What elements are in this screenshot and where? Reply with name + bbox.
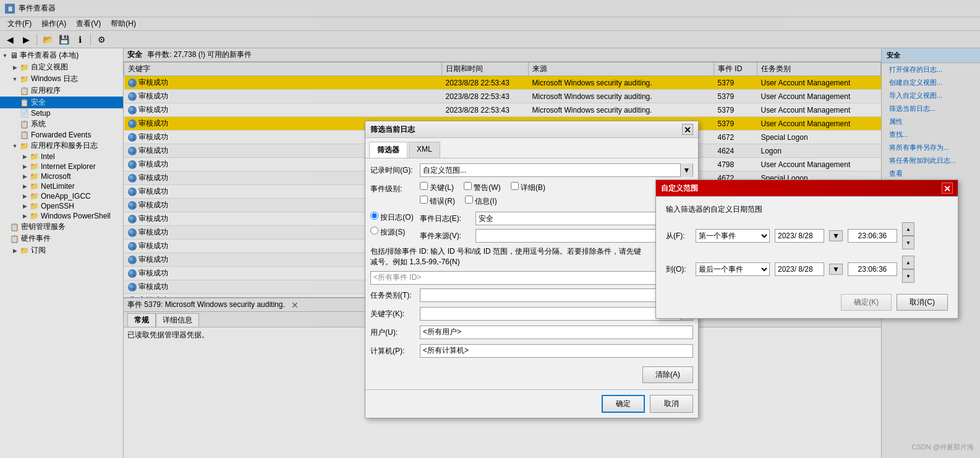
check-error-input[interactable] — [420, 196, 428, 204]
radio-by-log[interactable]: 按日志(O) — [370, 212, 414, 223]
to-time-down[interactable]: ▼ — [902, 269, 914, 283]
from-option-select[interactable]: 第一个事件 — [696, 229, 770, 243]
check-critical-input[interactable] — [420, 182, 428, 190]
custom-dialog-content: 输入筛选器的自定义日期范围 从(F): 第一个事件 ▼ ▲ ▼ 到(O): 最后… — [656, 197, 958, 318]
record-time-label: 记录时间(G): — [370, 163, 420, 176]
task-label: 任务类别(T): — [370, 288, 420, 301]
from-date-expand[interactable]: ▼ — [829, 230, 843, 241]
custom-dialog-buttons: 确定(K) 取消(C) — [666, 289, 948, 311]
checkboxes-row2: 错误(R) 信息(I) — [420, 196, 693, 207]
check-critical[interactable]: 关键(L) — [420, 182, 454, 193]
record-time-value: 自定义范围... — [420, 165, 680, 176]
filter-tab-xml[interactable]: XML — [409, 142, 440, 158]
event-log-label: 事件日志(E): — [420, 214, 475, 224]
check-error[interactable]: 错误(R) — [420, 196, 455, 207]
check-info-input[interactable] — [465, 196, 473, 204]
filter-dialog-close[interactable]: ✕ — [682, 124, 693, 135]
check-verbose[interactable]: 详细(B) — [511, 182, 545, 193]
to-date-input[interactable] — [775, 262, 824, 276]
to-time-input[interactable] — [848, 262, 897, 276]
custom-desc: 输入筛选器的自定义日期范围 — [666, 204, 948, 215]
filter-tab-filter[interactable]: 筛选器 — [369, 142, 407, 158]
filter-dialog: 筛选当前日志 ✕ 筛选器 XML 记录时间(G): 自定义范围... ▼ 事件级… — [365, 121, 699, 418]
custom-cancel-button[interactable]: 取消(C) — [897, 294, 948, 311]
computer-label: 计算机(P): — [370, 344, 420, 356]
check-verbose-input[interactable] — [511, 182, 519, 190]
filter-tabs: 筛选器 XML — [365, 138, 698, 158]
event-log-value: 安全 — [476, 212, 680, 225]
event-level-row: 事件级别: 关键(L) 警告(W) 详细(B) 错误(R) 信息(I) — [365, 182, 698, 207]
radio-by-log-input[interactable] — [370, 212, 378, 220]
to-time-up[interactable]: ▲ — [902, 256, 914, 269]
keyword-row: 关键字(K): ▼ — [365, 307, 698, 321]
check-info[interactable]: 信息(I) — [465, 196, 497, 207]
event-id-input[interactable] — [370, 271, 693, 285]
custom-range-dialog: 自定义范围 ✕ 输入筛选器的自定义日期范围 从(F): 第一个事件 ▼ ▲ ▼ … — [655, 179, 958, 319]
keyword-label: 关键字(K): — [370, 307, 420, 319]
event-level-label: 事件级别: — [370, 182, 420, 194]
event-log-field: 事件日志(E): 安全 ▼ — [420, 212, 693, 225]
from-time-input[interactable] — [848, 229, 897, 243]
user-label: 用户(U): — [370, 326, 420, 338]
event-id-row — [365, 271, 698, 288]
check-warning[interactable]: 警告(W) — [464, 182, 501, 193]
user-input[interactable] — [420, 326, 693, 339]
to-option-select[interactable]: 最后一个事件 — [696, 262, 770, 276]
from-time-up[interactable]: ▲ — [902, 222, 914, 236]
from-time-spinner: ▲ ▼ — [902, 222, 914, 249]
filter-note: 包括/排除事件 ID: 输入 ID 号和/或 ID 范围，使用逗号分隔。若要排除… — [365, 246, 698, 267]
record-time-row: 记录时间(G): 自定义范围... ▼ — [365, 163, 698, 177]
clear-row: 清除(A) — [365, 363, 698, 387]
log-source-row: 按日志(O) 按源(S) 事件日志(E): 安全 ▼ 事件来源(V): — [365, 212, 698, 243]
to-date-expand[interactable]: ▼ — [829, 264, 843, 275]
user-row: 用户(U): — [365, 326, 698, 339]
clear-button[interactable]: 清除(A) — [642, 366, 693, 383]
task-row: 任务类别(T): ▼ — [365, 288, 698, 302]
filter-dialog-title: 筛选当前日志 ✕ — [365, 121, 698, 138]
filter-cancel-button[interactable]: 取消 — [650, 395, 693, 413]
custom-dialog-close[interactable]: ✕ — [942, 183, 953, 194]
computer-input[interactable] — [420, 344, 693, 358]
to-time-spinner: ▲ ▼ — [902, 256, 914, 283]
custom-ok-button[interactable]: 确定(K) — [841, 294, 892, 311]
radio-by-source-input[interactable] — [370, 227, 378, 235]
radio-by-source[interactable]: 按源(S) — [370, 227, 414, 238]
check-warning-input[interactable] — [464, 182, 472, 190]
from-date-input[interactable] — [775, 229, 824, 243]
computer-row: 计算机(P): — [365, 344, 698, 358]
filter-dialog-body: 筛选器 XML 记录时间(G): 自定义范围... ▼ 事件级别: 关键(L) … — [365, 138, 698, 418]
from-label: 从(F): — [666, 231, 691, 241]
record-time-dropdown[interactable]: ▼ — [680, 163, 692, 177]
to-row: 到(O): 最后一个事件 ▼ ▲ ▼ — [666, 256, 948, 283]
from-row: 从(F): 第一个事件 ▼ ▲ ▼ — [666, 222, 948, 249]
event-source-field: 事件来源(V): ▼ — [420, 229, 693, 243]
checkboxes-row: 关键(L) 警告(W) 详细(B) — [420, 182, 693, 193]
filter-ok-button[interactable]: 确定 — [602, 395, 645, 413]
custom-dialog-title: 自定义范围 ✕ — [656, 180, 958, 197]
event-source-label: 事件来源(V): — [420, 231, 475, 241]
from-time-down[interactable]: ▼ — [902, 236, 914, 249]
filter-dialog-buttons: 确定 取消 — [365, 389, 698, 418]
to-label: 到(O): — [666, 264, 691, 275]
